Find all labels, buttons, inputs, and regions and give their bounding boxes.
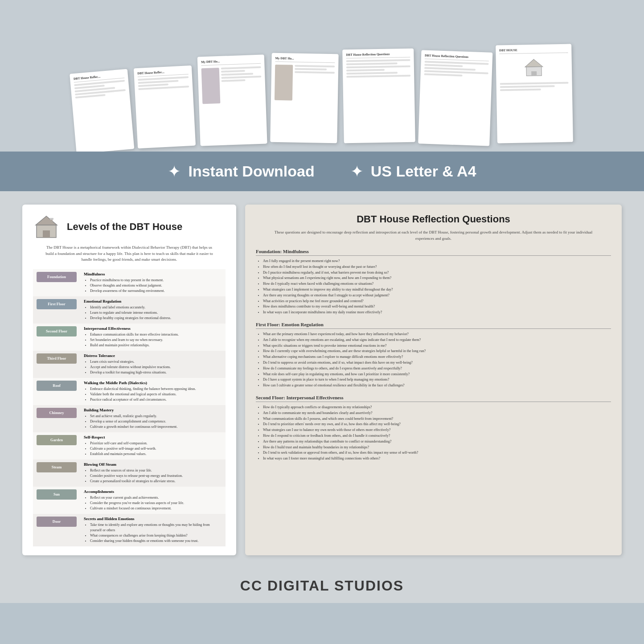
level-label-cell: Roof: [33, 378, 80, 405]
level-content: MindfulnessPractice mindfulness to stay …: [80, 269, 226, 296]
reflection-heading: Foundation: Mindfulness: [256, 249, 611, 256]
reflection-question: In what ways can I incorporate mindfulne…: [263, 310, 611, 316]
level-bullet: Consider positive ways to release pent-u…: [90, 473, 222, 479]
level-content: Building MasterySet and achieve small, r…: [80, 405, 226, 432]
reflection-question: What strategies can I implement to impro…: [263, 287, 611, 293]
footer-brand: CC DIGITAL STUDIOS: [9, 578, 635, 594]
preview-card-5: DBT House Reflection Questions: [342, 49, 415, 144]
reflection-question: How does mindfulness contribute to my ov…: [263, 304, 611, 310]
level-label: Chimney: [37, 408, 77, 418]
preview-card-3-title: My DBT Ho...: [201, 58, 261, 66]
line: [346, 72, 398, 74]
line: [221, 66, 261, 70]
svg-marker-0: [525, 59, 542, 67]
reflection-question: How do I communicate my feelings to othe…: [263, 366, 611, 372]
reflection-question: How often do I find myself lost in thoug…: [263, 264, 611, 270]
level-bullet: Learn to regulate and tolerate intense e…: [90, 310, 222, 316]
reflection-question: What are the primary emotions I have exp…: [263, 332, 611, 337]
level-label: Foundation: [37, 272, 77, 283]
reflection-question: What alternative coping mechanisms can I…: [263, 354, 611, 360]
level-row: ChimneyBuilding MasterySet and achieve s…: [33, 405, 226, 432]
star-icon-1: ✦: [168, 164, 181, 180]
reflection-question: Are there any patterns in my relationshi…: [263, 439, 611, 445]
level-bullet: What consequences or challenges arise fr…: [90, 533, 222, 538]
level-topic: Secrets and Hidden Emotions: [84, 517, 222, 521]
level-bullet: Cultivate a growth mindset for continuou…: [90, 424, 222, 430]
level-row: RoofWalking the Middle Path (Dialectics)…: [33, 378, 226, 405]
level-bullet: Reflect on your current goals and achiev…: [90, 495, 222, 500]
banner-item-download: ✦ Instant Download: [168, 163, 314, 180]
banner-download-text: Instant Download: [188, 163, 314, 180]
level-label: First Floor: [37, 299, 77, 310]
svg-marker-3: [36, 216, 57, 225]
level-topic: Distress Tolerance: [84, 353, 222, 358]
reflection-question: Do I have a support system in place to t…: [263, 377, 611, 383]
level-bullet: Cultivate a mindset focused on continuou…: [90, 506, 222, 511]
preview-card-1: DBT House Reflec...: [70, 69, 134, 152]
level-bullet: Consider sharing your hidden thoughts or…: [90, 538, 222, 544]
svg-rect-5: [43, 230, 50, 238]
reflection-question: What physical sensations am I experienci…: [263, 275, 611, 281]
level-bullet: Enhance communication skills for more ef…: [90, 332, 222, 337]
line: [221, 70, 245, 73]
reflection-question: Do I tend to suppress or avoid certain e…: [263, 360, 611, 366]
level-bullet: Develop a sense of accomplishment and co…: [90, 419, 222, 424]
level-row: Second FloorInterpersonal EffectivenessE…: [33, 324, 226, 351]
level-label: Garden: [37, 435, 77, 446]
reflection-question: Am I fully engaged in the present moment…: [263, 258, 611, 264]
reflection-question: How can I cultivate a greater sense of e…: [263, 383, 611, 389]
line: [221, 73, 253, 76]
levels-table: FoundationMindfulnessPractice mindfulnes…: [33, 269, 226, 546]
preview-card-2-title: DBT House Reflec...: [137, 69, 188, 77]
level-content: Interpersonal EffectivenessEnhance commu…: [80, 324, 226, 351]
reflection-question: How do I build trust and maintain health…: [263, 445, 611, 451]
line: [138, 83, 168, 87]
main-section: Levels of the DBT House The DBT House is…: [0, 191, 644, 569]
level-label: Sun: [37, 489, 77, 500]
right-panel-title: DBT House Reflection Questions: [256, 213, 611, 225]
level-topic: Emotional Regulation: [84, 299, 222, 304]
line: [294, 71, 334, 74]
line: [346, 69, 384, 72]
level-label-cell: Second Floor: [33, 324, 80, 351]
reflection-question: Are there any recurring thoughts or emot…: [263, 293, 611, 299]
line: [295, 65, 335, 68]
level-bullet: Observe thoughts and emotions without ju…: [90, 283, 222, 288]
preview-card-6-title: DBT House Reflection Questions: [424, 54, 488, 62]
line: [221, 76, 261, 79]
reflection-question: Do I tend to seek validation or approval…: [263, 450, 611, 456]
banner-format-text: US Letter & A4: [371, 163, 476, 180]
level-label-cell: Chimney: [33, 405, 80, 432]
line: [346, 75, 410, 78]
reflection-question: What role does self-care play in regulat…: [263, 372, 611, 377]
level-bullet: Practice mindfulness to stay present in …: [90, 278, 222, 283]
left-panel-header: Levels of the DBT House: [33, 213, 226, 240]
level-bullet: Take time to identify and explore any em…: [90, 522, 222, 533]
left-panel: Levels of the DBT House The DBT House is…: [22, 205, 236, 555]
level-bullet: Prioritize self-care and self-compassion…: [90, 441, 222, 446]
level-label-cell: Steam: [33, 459, 80, 487]
preview-card-5-title: DBT House Reflection Questions: [346, 52, 410, 59]
level-bullet: Learn crisis survival strategies.: [90, 359, 222, 365]
banner-section: ✦ Instant Download ✦ US Letter & A4: [0, 152, 644, 191]
level-bullet: Build and maintain positive relationship…: [90, 343, 222, 348]
line: [424, 64, 463, 67]
level-bullet: Accept and tolerate distress without imp…: [90, 365, 222, 370]
banner-item-format: ✦ US Letter & A4: [350, 163, 476, 180]
preview-card-6: DBT House Reflection Questions: [418, 50, 492, 146]
level-row: GardenSelf-RespectPrioritize self-care a…: [33, 432, 226, 459]
preview-card-7-title: DBT HOUSE: [499, 48, 568, 54]
level-topic: Interpersonal Effectiveness: [84, 326, 222, 331]
level-bullet: Set and achieve small, realistic goals r…: [90, 414, 222, 419]
reflection-heading: First Floor: Emotion Regulation: [256, 322, 611, 329]
level-bullet: Identify and label emotions accurately.: [90, 305, 222, 310]
level-label-cell: Sun: [33, 487, 80, 514]
preview-card-4-title: My DBT Ho...: [275, 57, 335, 63]
footer-section: CC DIGITAL STUDIOS: [0, 569, 644, 603]
level-content: Blowing Off SteamReflect on the sources …: [80, 459, 226, 487]
reflection-question: What communication skills do I possess, …: [263, 416, 611, 422]
line: [221, 79, 245, 82]
level-topic: Building Mastery: [84, 408, 222, 412]
reflection-heading: Second Floor: Interpersonal Effectivenes…: [256, 395, 611, 402]
level-bullet: Establish and maintain personal values.: [90, 451, 222, 457]
